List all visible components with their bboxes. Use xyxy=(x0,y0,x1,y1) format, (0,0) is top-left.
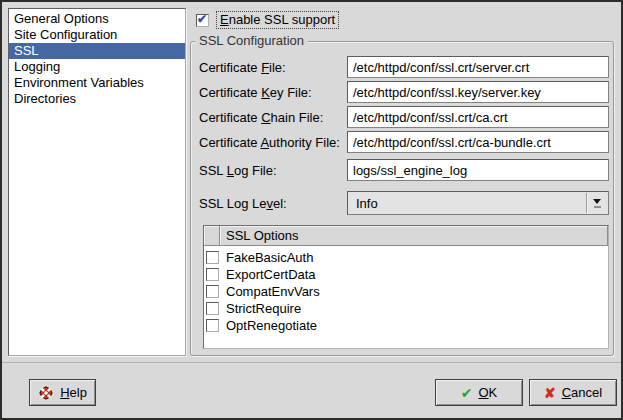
label-post: uthority File: xyxy=(269,135,340,150)
enable-ssl-label-post: nable SSL support xyxy=(229,12,335,27)
certificate-chain-file-row: Certificate Chain File: xyxy=(199,106,609,128)
cancel-button[interactable]: ✘ Cancel xyxy=(529,379,617,406)
ssl-log-file-label: SSL Log File: xyxy=(199,163,347,178)
ssl-log-file-row: SSL Log File: xyxy=(199,159,609,181)
enable-ssl-checkbox[interactable] xyxy=(196,14,209,27)
option-checkbox[interactable] xyxy=(206,251,219,264)
enable-ssl-label-mnemonic: E xyxy=(220,12,229,27)
option-label: CompatEnvVars xyxy=(226,284,320,299)
checkbox-column-header[interactable] xyxy=(204,226,220,246)
table-header: SSL Options xyxy=(204,226,608,246)
option-label: ExportCertData xyxy=(226,267,316,282)
label-pre: SSL Log Le xyxy=(199,196,266,211)
cancel-button-label: Cancel xyxy=(562,385,602,400)
certificate-chain-file-label: Certificate Chain File: xyxy=(199,110,347,125)
frame-title: SSL Configuration xyxy=(195,33,308,48)
option-row-strictrequire[interactable]: StrictRequire xyxy=(204,300,608,317)
certificate-key-file-row: Certificate Key File: xyxy=(199,81,609,103)
certificate-chain-file-input[interactable] xyxy=(347,106,609,128)
option-row-optrenegotiate[interactable]: OptRenegotiate xyxy=(204,317,608,334)
ssl-log-level-dropdown[interactable]: Info xyxy=(347,191,609,215)
certificate-key-file-label: Certificate Key File: xyxy=(199,85,347,100)
dropdown-indicator-bar xyxy=(594,206,601,208)
label-mnemonic: K xyxy=(261,85,270,100)
sidebar-item-site-configuration[interactable]: Site Configuration xyxy=(9,27,185,43)
enable-ssl-row: Enable SSL support xyxy=(196,11,339,29)
red-x-icon: ✘ xyxy=(544,386,556,400)
ok-button[interactable]: ✔ OK xyxy=(435,379,523,406)
label-post: K xyxy=(489,385,498,400)
label-mnemonic: A xyxy=(260,135,269,150)
sidebar-item-general-options[interactable]: General Options xyxy=(9,11,185,27)
ssl-options-table: SSL Options FakeBasicAuth ExportCertData… xyxy=(203,225,609,349)
ssl-configuration-frame: SSL Configuration Certificate File: Cert… xyxy=(190,41,614,356)
label-post: elp xyxy=(70,385,87,400)
label-mnemonic: O xyxy=(478,385,488,400)
option-checkbox[interactable] xyxy=(206,268,219,281)
certificate-key-file-input[interactable] xyxy=(347,81,609,103)
option-checkbox[interactable] xyxy=(206,302,219,315)
label-post: hain File: xyxy=(271,110,324,125)
sidebar-item-ssl[interactable]: SSL xyxy=(9,43,185,59)
label-mnemonic: H xyxy=(60,385,69,400)
sidebar-list: General Options Site Configuration SSL L… xyxy=(8,8,186,356)
enable-ssl-label[interactable]: Enable SSL support xyxy=(216,11,339,29)
label-pre: Certificate xyxy=(199,60,261,75)
label-pre: Certificate xyxy=(199,135,260,150)
label-pre: Certificate xyxy=(199,85,261,100)
httpd-config-dialog: General Options Site Configuration SSL L… xyxy=(0,0,623,420)
sidebar-item-directories[interactable]: Directories xyxy=(9,91,185,107)
option-row-compatenvvars[interactable]: CompatEnvVars xyxy=(204,283,608,300)
ssl-log-file-input[interactable] xyxy=(347,159,609,181)
help-button[interactable]: Help xyxy=(29,379,96,406)
option-checkbox[interactable] xyxy=(206,285,219,298)
option-row-exportcertdata[interactable]: ExportCertData xyxy=(204,266,608,283)
certificate-file-label: Certificate File: xyxy=(199,60,347,75)
table-body: FakeBasicAuth ExportCertData CompatEnvVa… xyxy=(204,246,608,348)
ssl-log-level-label: SSL Log Level: xyxy=(199,196,347,211)
label-post: ile: xyxy=(269,60,286,75)
option-label: OptRenegotiate xyxy=(226,318,317,333)
ssl-options-column-header[interactable]: SSL Options xyxy=(220,226,608,246)
ssl-log-level-row: SSL Log Level: Info xyxy=(199,191,609,215)
label-pre: SSL xyxy=(199,163,227,178)
option-checkbox[interactable] xyxy=(206,319,219,332)
label-post: ey File: xyxy=(270,85,312,100)
certificate-file-row: Certificate File: xyxy=(199,56,609,78)
ok-button-label: OK xyxy=(478,385,497,400)
option-label: StrictRequire xyxy=(226,301,301,316)
label-mnemonic: C xyxy=(562,385,571,400)
certificate-authority-file-label: Certificate Authority File: xyxy=(199,135,347,150)
help-button-label: Help xyxy=(60,385,87,400)
label-post: og File: xyxy=(234,163,277,178)
dropdown-arrow-button[interactable] xyxy=(586,193,607,213)
sidebar-item-logging[interactable]: Logging xyxy=(9,59,185,75)
option-row-fakebasicauth[interactable]: FakeBasicAuth xyxy=(204,249,608,266)
label-post: ancel xyxy=(571,385,602,400)
certificate-authority-file-row: Certificate Authority File: xyxy=(199,131,609,153)
label-mnemonic: L xyxy=(227,163,234,178)
label-post: el: xyxy=(273,196,287,211)
label-pre: Certificate xyxy=(199,110,261,125)
button-bar-separator xyxy=(2,362,621,364)
label-mnemonic: C xyxy=(261,110,270,125)
life-preserver-icon xyxy=(38,385,54,401)
sidebar-item-environment-variables[interactable]: Environment Variables xyxy=(9,75,185,91)
green-check-icon: ✔ xyxy=(461,386,473,400)
label-mnemonic: F xyxy=(261,60,269,75)
option-label: FakeBasicAuth xyxy=(226,250,313,265)
dropdown-selected-value: Info xyxy=(356,196,378,211)
certificate-authority-file-input[interactable] xyxy=(347,131,609,153)
chevron-down-icon xyxy=(593,199,601,204)
certificate-file-input[interactable] xyxy=(347,56,609,78)
